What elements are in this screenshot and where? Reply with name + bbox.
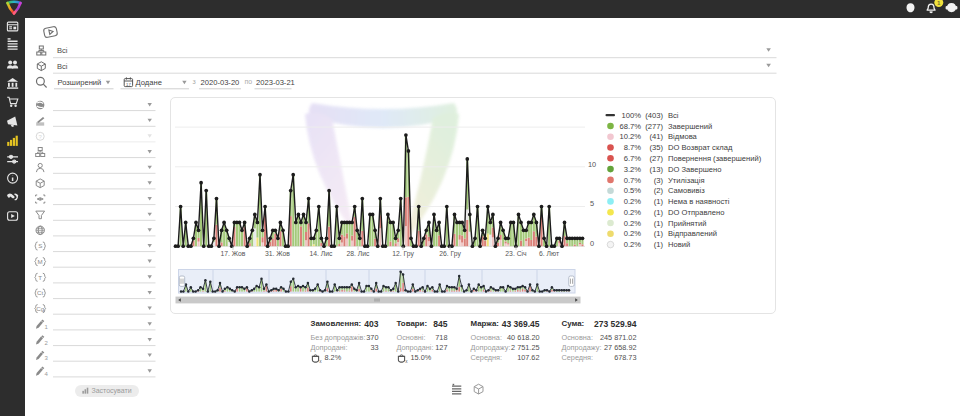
svg-text:Ct: Ct bbox=[37, 289, 43, 296]
svg-text:Нема в наявності: Нема в наявності bbox=[668, 197, 730, 206]
svg-text:1: 1 bbox=[44, 324, 48, 330]
svg-text:0.2%: 0.2% bbox=[624, 197, 642, 206]
svg-text:DO Завершено: DO Завершено bbox=[668, 165, 721, 174]
svg-text:(27): (27) bbox=[649, 154, 663, 163]
svg-text:6.7%: 6.7% bbox=[624, 154, 642, 163]
svg-text:S: S bbox=[38, 242, 42, 249]
svg-text:(1): (1) bbox=[654, 219, 664, 228]
svg-text:0.2%: 0.2% bbox=[624, 208, 642, 217]
svg-text:28. Лис: 28. Лис bbox=[347, 250, 371, 257]
svg-text:0.5%: 0.5% bbox=[624, 186, 642, 195]
svg-text:DO Отправлено: DO Отправлено bbox=[668, 208, 724, 217]
svg-text:0: 0 bbox=[590, 239, 594, 248]
svg-text:2: 2 bbox=[44, 340, 48, 346]
svg-text:T: T bbox=[38, 274, 42, 281]
svg-text:6. Лют: 6. Лют bbox=[539, 250, 559, 257]
svg-text:4: 4 bbox=[44, 371, 48, 377]
svg-text:(1): (1) bbox=[654, 197, 664, 206]
svg-text:(35): (35) bbox=[649, 143, 663, 152]
svg-text:(1): (1) bbox=[654, 208, 664, 217]
svg-text:Повернення (завершений): Повернення (завершений) bbox=[668, 154, 762, 163]
svg-text:x: x bbox=[319, 358, 322, 362]
svg-text:(1): (1) bbox=[654, 229, 664, 238]
svg-text:10: 10 bbox=[588, 160, 596, 169]
svg-text:x: x bbox=[405, 358, 408, 362]
svg-text:14. Лис: 14. Лис bbox=[310, 250, 334, 257]
svg-text:M: M bbox=[38, 258, 43, 265]
svg-text:Самовивіз: Самовивіз bbox=[668, 186, 705, 195]
svg-text:3.2%: 3.2% bbox=[624, 165, 642, 174]
svg-text:Новий: Новий bbox=[668, 240, 690, 249]
svg-text:Всі: Всі bbox=[668, 111, 679, 120]
svg-text:10.2%: 10.2% bbox=[619, 132, 641, 141]
svg-text:Утилізація: Утилізація bbox=[668, 176, 705, 185]
svg-text:Прийнятий: Прийнятий bbox=[668, 219, 706, 228]
svg-text:17. Жов: 17. Жов bbox=[221, 250, 246, 257]
svg-text:100%: 100% bbox=[622, 111, 642, 120]
svg-text:0.2%: 0.2% bbox=[624, 229, 642, 238]
svg-text:8.7%: 8.7% bbox=[624, 143, 642, 152]
svg-text:?: ? bbox=[39, 134, 43, 140]
svg-text:31. Жов: 31. Жов bbox=[265, 250, 290, 257]
svg-text:0.2%: 0.2% bbox=[624, 240, 642, 249]
svg-text:23. Січ: 23. Січ bbox=[505, 250, 527, 257]
svg-text:17: 17 bbox=[126, 82, 131, 87]
svg-text:26. Гру: 26. Гру bbox=[439, 250, 461, 258]
svg-text:(277): (277) bbox=[645, 122, 663, 131]
svg-text:(3): (3) bbox=[654, 176, 664, 185]
svg-text:(403): (403) bbox=[645, 111, 663, 120]
svg-text:(41): (41) bbox=[649, 132, 663, 141]
svg-text:DO Возврат склад: DO Возврат склад bbox=[668, 143, 733, 152]
svg-text:0.7%: 0.7% bbox=[624, 176, 642, 185]
svg-text:(13): (13) bbox=[649, 165, 663, 174]
svg-text:Завершений: Завершений bbox=[668, 122, 712, 131]
svg-text:5: 5 bbox=[590, 199, 594, 208]
svg-text:Відмова: Відмова bbox=[668, 132, 698, 141]
svg-text:3: 3 bbox=[44, 355, 48, 361]
svg-text:(2): (2) bbox=[654, 186, 664, 195]
svg-text:Відправлений: Відправлений bbox=[668, 229, 717, 238]
svg-text:0.2%: 0.2% bbox=[624, 219, 642, 228]
svg-text:(1): (1) bbox=[654, 240, 664, 249]
svg-text:68.7%: 68.7% bbox=[619, 122, 641, 131]
svg-text:12. Гру: 12. Гру bbox=[392, 250, 414, 258]
svg-text:1: 1 bbox=[937, 0, 941, 6]
svg-text:Cg: Cg bbox=[36, 305, 44, 312]
